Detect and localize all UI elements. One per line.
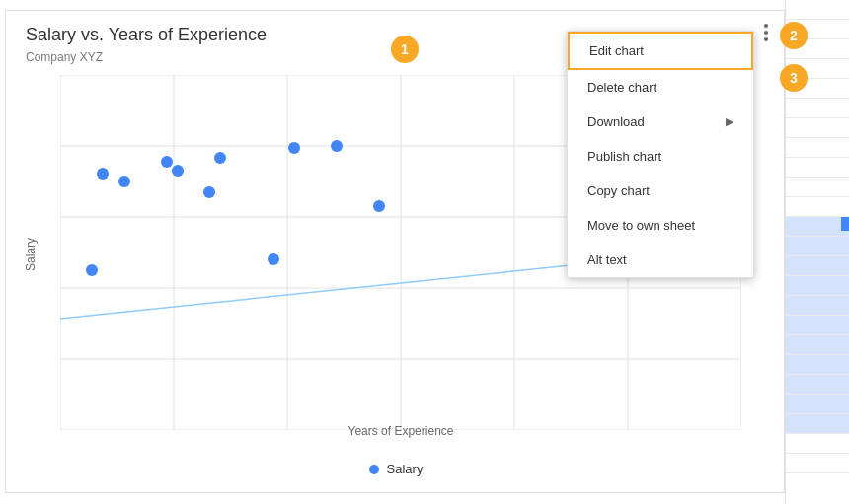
svg-point-18 bbox=[172, 165, 184, 177]
x-axis-label: Years of Experience bbox=[60, 424, 741, 438]
chart-menu-button[interactable] bbox=[752, 19, 780, 46]
spreadsheet-row bbox=[786, 454, 849, 473]
context-menu: Edit chart Delete chart Download ▶ Publi… bbox=[567, 31, 754, 278]
spreadsheet-row bbox=[786, 138, 849, 158]
svg-point-21 bbox=[268, 253, 279, 265]
spreadsheet-row bbox=[786, 99, 849, 118]
menu-item-label: Download bbox=[587, 114, 645, 129]
chart-legend: Salary bbox=[6, 462, 786, 476]
menu-item-move-to-own-sheet[interactable]: Move to own sheet bbox=[568, 208, 753, 243]
menu-item-alt-text[interactable]: Alt text bbox=[568, 243, 753, 277]
spreadsheet-row-selected bbox=[786, 276, 849, 296]
spreadsheet-row-selected bbox=[786, 217, 849, 237]
y-axis-label: Salary bbox=[24, 238, 38, 271]
svg-point-16 bbox=[118, 176, 130, 187]
spreadsheet-row-selected bbox=[786, 414, 849, 434]
spreadsheet-row-selected bbox=[786, 296, 849, 316]
chart-subtitle: Company XYZ bbox=[26, 50, 103, 64]
spreadsheet-row-selected bbox=[786, 256, 849, 276]
menu-item-label: Move to own sheet bbox=[587, 218, 695, 233]
spreadsheet-row-selected bbox=[786, 316, 849, 335]
legend-color-dot bbox=[369, 465, 379, 474]
menu-item-label: Delete chart bbox=[587, 80, 656, 95]
spreadsheet-row-selected bbox=[786, 395, 849, 414]
menu-item-edit-chart[interactable]: Edit chart bbox=[568, 32, 753, 70]
spreadsheet-row-selected bbox=[786, 237, 849, 256]
scroll-indicator[interactable] bbox=[841, 217, 849, 231]
spreadsheet-row bbox=[786, 197, 849, 217]
menu-item-label: Alt text bbox=[587, 252, 627, 267]
svg-point-23 bbox=[331, 140, 343, 152]
menu-item-download[interactable]: Download ▶ bbox=[568, 105, 753, 139]
spreadsheet-row bbox=[786, 0, 849, 20]
spreadsheet-row bbox=[786, 118, 849, 138]
legend-label: Salary bbox=[387, 462, 424, 476]
spreadsheet-row bbox=[786, 178, 849, 197]
menu-item-label: Edit chart bbox=[589, 43, 644, 58]
svg-point-20 bbox=[214, 152, 226, 164]
menu-item-label: Publish chart bbox=[587, 149, 661, 164]
menu-item-label: Copy chart bbox=[587, 183, 650, 198]
spreadsheet-row bbox=[786, 158, 849, 178]
spreadsheet-row-selected bbox=[786, 375, 849, 395]
spreadsheet-row bbox=[786, 434, 849, 454]
tooltip-label-1: 1 bbox=[391, 36, 419, 63]
spreadsheet-row-selected bbox=[786, 355, 849, 375]
svg-point-24 bbox=[373, 200, 385, 212]
menu-dot bbox=[764, 31, 768, 35]
submenu-arrow-icon: ▶ bbox=[726, 115, 733, 128]
menu-dot bbox=[764, 24, 768, 28]
svg-point-19 bbox=[203, 186, 215, 198]
spreadsheet-row-selected bbox=[786, 335, 849, 355]
chart-container: Salary vs. Years of Experience Company X… bbox=[5, 10, 785, 493]
tooltip-label-2: 2 bbox=[780, 22, 808, 49]
svg-point-15 bbox=[97, 168, 109, 180]
menu-item-publish-chart[interactable]: Publish chart bbox=[568, 139, 753, 174]
menu-dot bbox=[764, 37, 768, 41]
tooltip-label-3: 3 bbox=[780, 64, 808, 92]
svg-point-14 bbox=[86, 264, 98, 276]
menu-item-copy-chart[interactable]: Copy chart bbox=[568, 174, 753, 208]
chart-title: Salary vs. Years of Experience bbox=[26, 25, 267, 45]
svg-point-22 bbox=[288, 142, 300, 154]
menu-item-delete-chart[interactable]: Delete chart bbox=[568, 70, 753, 105]
svg-point-17 bbox=[161, 156, 173, 168]
